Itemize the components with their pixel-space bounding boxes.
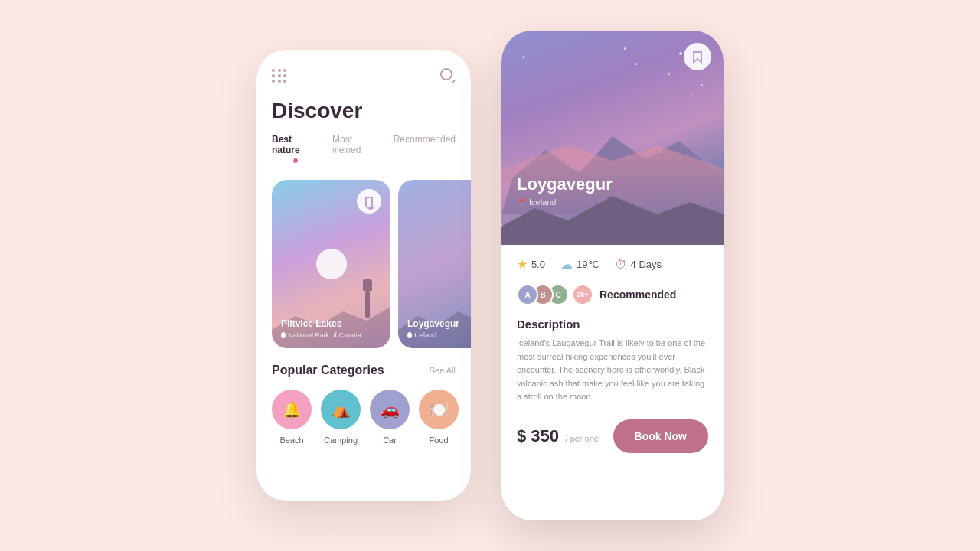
stat-duration: ⏱ 4 Days <box>615 258 662 272</box>
card-location-2: Iceland <box>407 331 471 339</box>
hero-section: ← Loygavegur 📍 Iceland <box>501 31 724 245</box>
pin-icon-2 <box>407 332 412 338</box>
beach-icon-wrap: 🔔 <box>272 390 312 429</box>
stat-rating: ★ 5.0 <box>517 257 545 272</box>
hero-location-text: Iceland <box>529 197 556 207</box>
cloud-icon: ☁ <box>560 257 573 272</box>
food-label: Food <box>429 435 448 445</box>
duration-value: 4 Days <box>631 259 662 270</box>
description-text: Iceland's Laugavegur Trail is likely to … <box>517 337 708 404</box>
book-now-button[interactable]: Book Now <box>613 419 708 453</box>
hero-nav: ← <box>514 43 711 70</box>
avatar-1: A <box>517 284 538 305</box>
pin-white-icon: 📍 <box>517 198 526 207</box>
card-name-1: Plitvice Lakes <box>281 318 381 329</box>
temperature-value: 19℃ <box>577 259 599 270</box>
tabs-row: Best nature Most viewed Recommended <box>272 134 456 168</box>
tab-recommended[interactable]: Recommended <box>394 134 456 168</box>
description-title: Description <box>517 318 708 331</box>
categories-title: Popular Categories <box>272 364 384 377</box>
price-per-label: / per one <box>566 434 599 443</box>
top-bar <box>272 68 456 83</box>
camping-icon: ⛺ <box>332 400 351 419</box>
categories-list: 🔔 Beach ⛺ Camping 🚗 Car <box>272 390 456 445</box>
see-all-button[interactable]: See All <box>430 366 456 375</box>
recommended-row: A B C 28+ Recommended <box>517 284 708 305</box>
food-icon-wrap: 🍽️ <box>419 390 459 429</box>
pin-icon-1 <box>281 332 286 338</box>
search-icon[interactable] <box>440 68 456 83</box>
phones-container: Discover Best nature Most viewed Recomme… <box>256 31 724 520</box>
card-location-1: National Park of Croatia <box>281 331 381 339</box>
timer-icon: ⏱ <box>615 258 627 272</box>
camping-label: Camping <box>324 435 358 445</box>
categories-header: Popular Categories See All <box>272 364 456 377</box>
category-food[interactable]: 🍽️ Food <box>419 390 459 445</box>
cards-row: Plitvice Lakes National Park of Croatia … <box>272 180 456 348</box>
card-location-text-2: Iceland <box>414 331 436 339</box>
booking-row: $ 350 / per one Book Now <box>517 419 708 453</box>
bookmark-icon-1 <box>365 197 373 207</box>
category-car[interactable]: 🚗 Car <box>370 390 410 445</box>
plus-badge: 28+ <box>573 285 592 304</box>
card-info-1: Plitvice Lakes National Park of Croatia <box>281 318 381 339</box>
card-loygavegur[interactable]: Loygavegur Iceland <box>398 180 471 348</box>
price-section: $ 350 / per one <box>517 426 599 446</box>
food-icon: 🍽️ <box>430 400 449 419</box>
lighthouse-icon <box>360 279 375 318</box>
back-button[interactable]: ← <box>514 44 538 69</box>
menu-icon[interactable] <box>272 69 287 83</box>
stat-temperature: ☁ 19℃ <box>560 257 599 272</box>
camping-icon-wrap: ⛺ <box>321 390 361 429</box>
card-location-text-1: National Park of Croatia <box>288 331 361 339</box>
bookmark-icon-hero <box>692 51 703 64</box>
phone-right: ← Loygavegur 📍 Iceland ★ <box>501 31 724 520</box>
card-plitvice[interactable]: Plitvice Lakes National Park of Croatia <box>272 180 390 348</box>
discover-title: Discover <box>272 99 456 123</box>
tab-best-nature[interactable]: Best nature <box>272 134 320 168</box>
recommended-text: Recommended <box>599 289 676 301</box>
car-label: Car <box>383 435 397 445</box>
price-value: $ 350 <box>517 426 559 445</box>
beach-label: Beach <box>279 435 303 445</box>
bookmark-button-hero[interactable] <box>684 43 711 70</box>
rating-value: 5.0 <box>531 259 545 270</box>
car-icon-wrap: 🚗 <box>370 390 410 429</box>
bookmark-button-1[interactable] <box>357 189 381 214</box>
hero-location: 📍 Iceland <box>517 197 612 207</box>
tab-most-viewed[interactable]: Most viewed <box>332 134 381 168</box>
category-beach[interactable]: 🔔 Beach <box>272 390 312 445</box>
stats-row: ★ 5.0 ☁ 19℃ ⏱ 4 Days <box>517 257 708 272</box>
beach-icon: 🔔 <box>283 400 302 419</box>
phone-left: Discover Best nature Most viewed Recomme… <box>256 50 471 501</box>
category-camping[interactable]: ⛺ Camping <box>321 390 361 445</box>
card-name-2: Loygavegur <box>407 318 471 329</box>
avatars-group: A B C <box>517 284 563 305</box>
detail-section: ★ 5.0 ☁ 19℃ ⏱ 4 Days A B C 28+ <box>501 245 724 465</box>
card-info-2: Loygavegur Iceland <box>407 318 471 339</box>
hero-title-section: Loygavegur 📍 Iceland <box>517 174 612 207</box>
back-arrow-icon: ← <box>519 49 533 65</box>
sun-circle <box>316 249 347 279</box>
star-icon: ★ <box>517 257 528 272</box>
hero-place-name: Loygavegur <box>517 174 612 194</box>
car-icon: 🚗 <box>381 400 400 419</box>
